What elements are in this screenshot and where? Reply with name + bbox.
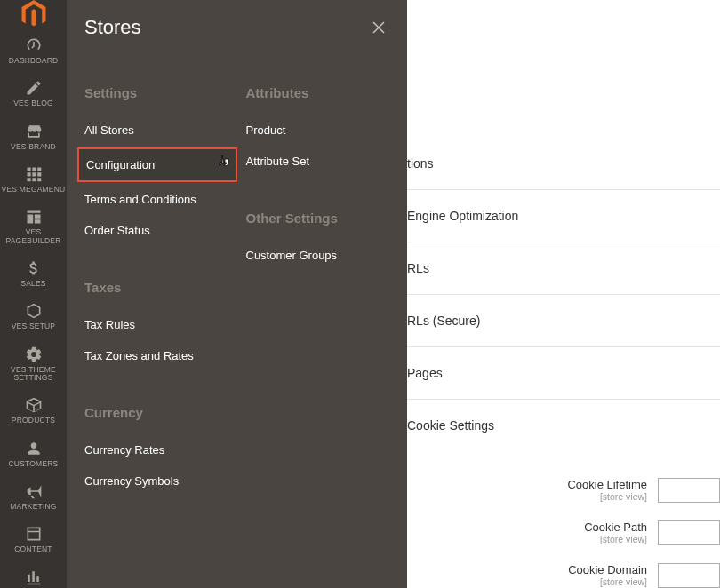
rail-ves-theme-settings[interactable]: VES THEME SETTINGS (0, 338, 67, 389)
rail-item-label: VES BLOG (13, 99, 53, 107)
rail-sales[interactable]: SALES (0, 251, 67, 294)
label-cookie-path: Cookie Path (584, 520, 647, 534)
rail-dashboard[interactable]: DASHBOARD (0, 28, 67, 71)
input-cookie-domain[interactable] (658, 563, 720, 588)
pencil-icon (25, 79, 43, 97)
rail-item-label: VES PAGEBUILDER (0, 228, 67, 245)
link-tax-zones-and-rates[interactable]: Tax Zones and Rates (84, 342, 228, 369)
config-sections: tions Engine Optimization RLs RLs (Secur… (407, 0, 720, 451)
label-cookie-domain: Cookie Domain (568, 563, 647, 576)
scope-label: [store view] (416, 576, 647, 587)
rail-item-label: VES THEME SETTINGS (0, 366, 67, 383)
person-icon (25, 440, 43, 457)
scope-label: [store view] (416, 491, 647, 502)
section-link[interactable]: tions (407, 138, 720, 190)
rail-item-label: MARKETING (10, 503, 56, 511)
box-icon (25, 396, 43, 414)
settings-heading: Settings (84, 85, 228, 100)
rail-customers[interactable]: CUSTOMERS (0, 432, 67, 474)
row-cookie-domain: Cookie Domain [store view] (407, 563, 720, 588)
rail-item-label: VES BRAND (11, 143, 56, 151)
hexagon-icon (25, 302, 43, 320)
label-cookie-lifetime: Cookie Lifetime (567, 478, 647, 491)
rail-item-label: CUSTOMERS (9, 460, 59, 468)
page-icon (25, 525, 43, 543)
grid-icon (25, 165, 43, 183)
link-tax-rules[interactable]: Tax Rules (84, 311, 228, 338)
rail-marketing[interactable]: MARKETING (0, 474, 67, 517)
magento-logo-icon (21, 0, 46, 28)
rail-item-label: CONTENT (14, 545, 52, 553)
flyout-col-1: Settings All Stores Configuration Terms … (84, 78, 228, 498)
row-cookie-path: Cookie Path [store view] (407, 520, 720, 545)
link-customer-groups[interactable]: Customer Groups (246, 242, 390, 269)
main-content: tions Engine Optimization RLs RLs (Secur… (407, 0, 720, 588)
dollar-icon (25, 259, 43, 277)
rail-content[interactable]: CONTENT (0, 517, 67, 560)
magento-logo[interactable] (0, 0, 67, 28)
other-settings-heading: Other Settings (246, 211, 390, 226)
close-button[interactable] (370, 19, 388, 36)
section-link[interactable]: RLs (407, 242, 720, 295)
rail-ves-megamenu[interactable]: VES MEGAMENU (0, 157, 67, 200)
link-order-status[interactable]: Order Status (84, 217, 228, 244)
flyout-header: Stores (67, 0, 407, 52)
link-attribute-set[interactable]: Attribute Set (246, 147, 390, 175)
link-currency-rates[interactable]: Currency Rates (84, 436, 228, 464)
rail-ves-brand[interactable]: VES BRAND (0, 115, 67, 157)
left-nav-rail: DASHBOARD VES BLOG VES BRAND VES MEGAMEN… (0, 0, 67, 588)
rail-item-label: SALES (20, 280, 45, 288)
section-link[interactable]: Pages (407, 347, 720, 400)
rail-item-label: PRODUCTS (12, 417, 55, 425)
flyout-title: Stores (84, 16, 141, 39)
layout-icon (25, 208, 43, 226)
link-all-stores[interactable]: All Stores (84, 116, 228, 144)
rail-item-label: VES MEGAMENU (2, 186, 66, 194)
taxes-heading: Taxes (84, 280, 228, 295)
bars-icon (25, 568, 43, 586)
gear-icon (25, 346, 43, 363)
rail-item-label: VES SETUP (12, 322, 56, 330)
section-link[interactable]: RLs (Secure) (407, 295, 720, 347)
megaphone-icon (25, 482, 43, 500)
link-configuration[interactable]: Configuration (77, 147, 237, 182)
row-cookie-lifetime: Cookie Lifetime [store view] (407, 478, 720, 503)
section-link[interactable]: Engine Optimization (407, 190, 720, 242)
section-link[interactable]: Cookie Settings (407, 400, 720, 451)
link-currency-symbols[interactable]: Currency Symbols (84, 467, 228, 495)
rail-ves-blog[interactable]: VES BLOG (0, 71, 67, 114)
flyout-col-2: Attributes Product Attribute Set Other S… (246, 78, 390, 498)
gauge-icon (25, 36, 43, 54)
input-cookie-path[interactable] (658, 520, 720, 545)
stores-flyout: Stores Settings All Stores Configuration… (67, 0, 407, 588)
close-icon (372, 21, 385, 34)
rail-ves-pagebuilder[interactable]: VES PAGEBUILDER (0, 200, 67, 251)
rail-item-label: DASHBOARD (9, 57, 59, 65)
link-product-attribute[interactable]: Product (246, 116, 390, 144)
rail-reports[interactable]: REPORTS (0, 560, 67, 588)
attributes-heading: Attributes (246, 85, 390, 100)
input-cookie-lifetime[interactable] (658, 478, 720, 503)
rail-products[interactable]: PRODUCTS (0, 388, 67, 431)
storefront-icon (25, 123, 43, 140)
scope-label: [store view] (416, 534, 647, 544)
cookie-settings-form: Cookie Lifetime [store view] Cookie Path… (407, 451, 720, 588)
rail-ves-setup[interactable]: VES SETUP (0, 294, 67, 337)
link-terms-and-conditions[interactable]: Terms and Conditions (84, 186, 228, 213)
currency-heading: Currency (84, 405, 228, 420)
